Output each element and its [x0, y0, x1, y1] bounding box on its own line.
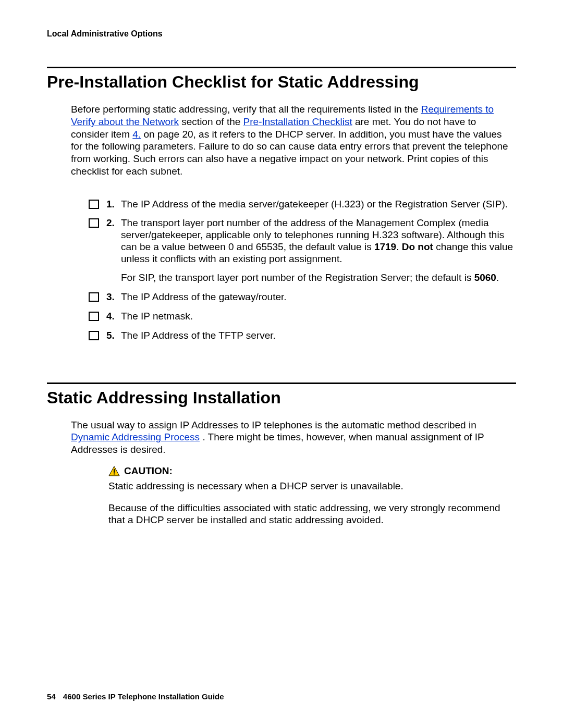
checklist-number: 4.: [106, 311, 121, 322]
checklist-item: 4.The IP netmask.: [89, 311, 516, 323]
checklist-item: 5.The IP Address of the TFTP server.: [89, 330, 516, 342]
caution-header: CAUTION:: [108, 465, 516, 477]
checklist-number: 5.: [106, 330, 121, 341]
section1-intro: Before performing static addressing, ver…: [71, 103, 516, 178]
caution-text-2: Because of the difficulties associated w…: [108, 502, 516, 527]
caution-block: CAUTION: Static addressing is necessary …: [108, 465, 516, 526]
paragraph: The IP Address of the TFTP server.: [121, 330, 516, 342]
section-rule: [47, 67, 516, 68]
paragraph: The IP netmask.: [121, 311, 516, 323]
paragraph: The transport layer port number of the a…: [121, 217, 516, 265]
paragraph: The IP Address of the gateway/router.: [121, 291, 516, 303]
checkbox-icon: [89, 200, 99, 209]
checklist-item: 1.The IP Address of the media server/gat…: [89, 199, 516, 211]
checkbox-icon: [89, 218, 99, 228]
checklist-text: The IP Address of the TFTP server.: [121, 330, 516, 342]
checklist-number: 1.: [106, 199, 121, 210]
link-dynamic-addressing[interactable]: Dynamic Addressing Process: [71, 431, 200, 442]
svg-rect-1: [114, 469, 115, 473]
page-number: 54: [47, 692, 56, 701]
link-preinstall-checklist[interactable]: Pre-Installation Checklist: [243, 116, 352, 127]
checklist-text: The transport layer port number of the a…: [121, 217, 516, 284]
checklist-item: 3.The IP Address of the gateway/router.: [89, 291, 516, 303]
link-item-4[interactable]: 4.: [132, 129, 141, 140]
section2-title: Static Addressing Installation: [47, 388, 516, 408]
page: Local Administrative Options Pre-Install…: [0, 0, 563, 728]
checklist-item: 2.The transport layer port number of the…: [89, 217, 516, 284]
checklist-text: The IP netmask.: [121, 311, 516, 323]
checkbox-icon: [89, 331, 99, 340]
text: For SIP, the transport layer port number…: [121, 272, 474, 283]
text: Before performing static addressing, ver…: [71, 104, 421, 115]
text: .: [396, 241, 402, 252]
text: section of the: [181, 116, 243, 127]
bold-text: 1719: [374, 241, 396, 252]
bold-text: Do not: [402, 241, 433, 252]
caution-icon: [108, 466, 120, 476]
page-footer: 54 4600 Series IP Telephone Installation…: [47, 692, 224, 701]
checklist-number: 2.: [106, 217, 121, 229]
checklist-number: 3.: [106, 291, 121, 303]
checkbox-icon: [89, 312, 99, 321]
checklist-text: The IP Address of the media server/gatek…: [121, 199, 516, 211]
running-header: Local Administrative Options: [47, 29, 516, 39]
checklist-text: The IP Address of the gateway/router.: [121, 291, 516, 303]
checklist: 1.The IP Address of the media server/gat…: [89, 199, 516, 342]
paragraph: For SIP, the transport layer port number…: [121, 272, 516, 284]
bold-text: 5060: [474, 272, 496, 283]
caution-text-1: Static addressing is necessary when a DH…: [108, 480, 516, 492]
text: .: [496, 272, 499, 283]
text: The usual way to assign IP Addresses to …: [71, 419, 476, 430]
svg-rect-2: [114, 473, 115, 474]
section2-intro: The usual way to assign IP Addresses to …: [71, 419, 516, 456]
checkbox-icon: [89, 292, 99, 302]
section-rule: [47, 382, 516, 384]
caution-label: CAUTION:: [124, 465, 173, 477]
section1-title: Pre-Installation Checklist for Static Ad…: [47, 72, 516, 92]
paragraph: The IP Address of the media server/gatek…: [121, 199, 516, 211]
doc-title: 4600 Series IP Telephone Installation Gu…: [63, 692, 224, 701]
